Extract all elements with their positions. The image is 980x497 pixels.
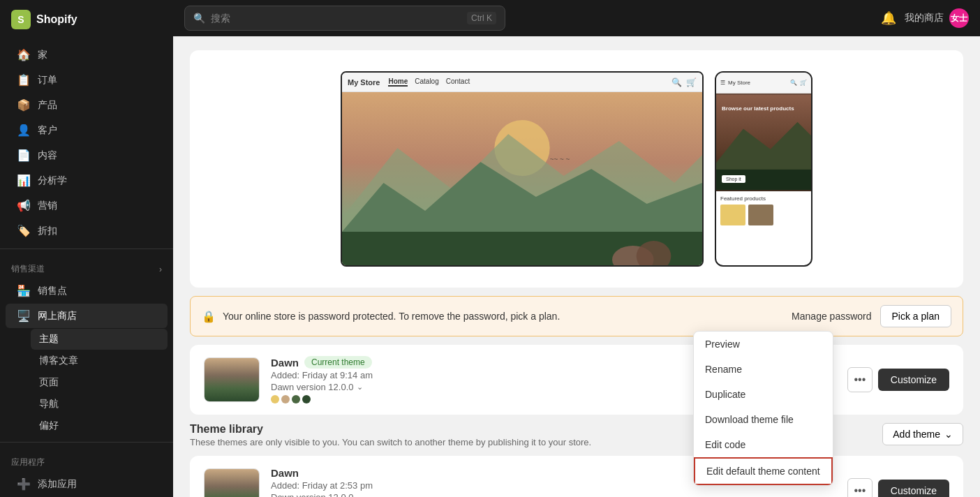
sidebar-item-home[interactable]: 🏠 家 bbox=[6, 43, 168, 67]
theme-library-section: Theme library These themes are only visi… bbox=[190, 423, 963, 497]
password-banner-right: Manage password Pick a plan bbox=[792, 305, 951, 327]
shopify-logo-icon: S bbox=[11, 10, 31, 29]
dawn-hero-image: Welcome to our store bbox=[342, 92, 702, 267]
library-dawn-thumbnail bbox=[205, 469, 259, 498]
pos-icon: 🏪 bbox=[17, 284, 31, 297]
sales-channels-section[interactable]: 销售渠道 › bbox=[0, 255, 173, 278]
search-box[interactable]: 🔍 Ctrl K bbox=[184, 6, 505, 31]
search-input[interactable] bbox=[211, 13, 461, 24]
mobile-hero: Browse our latest products Shop it bbox=[716, 94, 811, 191]
swatch-3 bbox=[292, 395, 300, 403]
sidebar-item-label: 网上商店 bbox=[38, 310, 77, 322]
sidebar-item-label: 营销 bbox=[38, 200, 57, 212]
online-store-submenu: 主题 博客文章 页面 导航 偏好 bbox=[0, 329, 173, 436]
sidebar-item-label: 分析学 bbox=[38, 175, 67, 187]
pages-label: 页面 bbox=[39, 376, 59, 389]
sidebar-item-label: 销售点 bbox=[38, 285, 67, 297]
sidebar-item-preferences[interactable]: 偏好 bbox=[31, 415, 168, 436]
dropdown-item-edit-default[interactable]: Edit default theme content bbox=[694, 457, 833, 485]
password-banner-left: 🔒 Your online store is password protecte… bbox=[202, 310, 560, 323]
sidebar-item-discounts[interactable]: 🏷️ 折扣 bbox=[6, 218, 168, 243]
theme-library-desc: These themes are only visible to you. Yo… bbox=[190, 437, 591, 447]
store-selector[interactable]: 我的商店 女士 bbox=[905, 8, 969, 28]
sidebar-item-content[interactable]: 📄 内容 bbox=[6, 143, 168, 168]
library-theme-more-button[interactable]: ••• bbox=[847, 478, 873, 498]
sidebar-item-label: 客户 bbox=[38, 124, 57, 137]
sidebar-item-label: 家 bbox=[38, 49, 47, 61]
library-customize-button[interactable]: Customize bbox=[878, 480, 949, 498]
password-banner: 🔒 Your online store is password protecte… bbox=[190, 296, 963, 336]
theme-library-header: Theme library These themes are only visi… bbox=[190, 423, 963, 447]
featured-products-label: Featured products bbox=[720, 195, 766, 202]
discounts-icon: 🏷️ bbox=[17, 224, 31, 237]
shopify-label: Shopify bbox=[36, 13, 77, 26]
mobile-search-icon: 🔍 bbox=[790, 80, 797, 86]
add-theme-button[interactable]: Add theme ⌄ bbox=[882, 423, 963, 445]
store-name: 我的商店 bbox=[905, 12, 944, 24]
main-content: My Store Home Catalog Contact 🔍 🛒 Welcom… bbox=[173, 36, 980, 497]
dropdown-item-duplicate[interactable]: Duplicate bbox=[694, 382, 833, 407]
current-theme-badge: Current theme bbox=[304, 356, 372, 369]
dropdown-item-rename[interactable]: Rename bbox=[694, 357, 833, 382]
theme-more-options-button[interactable]: ••• bbox=[847, 367, 873, 392]
sidebar-item-analytics[interactable]: 📊 分析学 bbox=[6, 168, 168, 193]
blog-label: 博客文章 bbox=[39, 355, 78, 367]
swatch-2 bbox=[281, 395, 290, 403]
home-icon: 🏠 bbox=[17, 48, 31, 61]
lock-icon: 🔒 bbox=[202, 310, 216, 323]
mobile-product-row bbox=[720, 205, 807, 225]
library-theme-actions: ••• Customize bbox=[847, 478, 949, 498]
mobile-shop-button: Shop it bbox=[722, 175, 745, 183]
add-apps-icon: ➕ bbox=[17, 477, 31, 491]
mountain-svg: ~~ ~ ~ bbox=[342, 92, 702, 267]
navigation-label: 导航 bbox=[39, 398, 59, 410]
cart-preview-icon: 🛒 bbox=[686, 77, 697, 87]
topbar-right: 🔔 我的商店 女士 bbox=[881, 8, 969, 28]
sidebar-item-label: 内容 bbox=[38, 149, 57, 162]
sidebar-item-navigation[interactable]: 导航 bbox=[31, 394, 168, 415]
pick-plan-button[interactable]: Pick a plan bbox=[880, 305, 951, 327]
sidebar-item-marketing[interactable]: 📢 营销 bbox=[6, 193, 168, 218]
mobile-header: ☰ My Store 🔍 🛒 bbox=[716, 73, 811, 94]
main-wrapper: 🔍 Ctrl K 🔔 我的商店 女士 My Store Home bbox=[173, 0, 980, 497]
sidebar-item-add-apps[interactable]: ➕ 添加应用 bbox=[6, 472, 168, 496]
swatch-4 bbox=[302, 395, 311, 403]
dropdown-item-preview[interactable]: Preview bbox=[694, 332, 833, 357]
sidebar-item-online-store[interactable]: 🖥️ 网上商店 bbox=[6, 304, 168, 328]
browser-icons: 🔍 🛒 bbox=[671, 77, 697, 87]
sidebar-item-orders[interactable]: 📋 订单 bbox=[6, 68, 168, 92]
orders-icon: 📋 bbox=[17, 73, 31, 87]
customize-button[interactable]: Customize bbox=[878, 369, 949, 391]
dropdown-item-edit-code[interactable]: Edit code bbox=[694, 432, 833, 457]
theme-library-text: Theme library These themes are only visi… bbox=[190, 423, 591, 447]
analytics-icon: 📊 bbox=[17, 174, 31, 187]
sidebar: S Shopify 🏠 家 📋 订单 📦 产品 👤 客户 📄 内容 📊 分析学 bbox=[0, 0, 173, 497]
preview-nav-home: Home bbox=[388, 77, 408, 87]
manage-password-link[interactable]: Manage password bbox=[792, 311, 871, 322]
sidebar-item-pos[interactable]: 🏪 销售点 bbox=[6, 279, 168, 303]
swatch-1 bbox=[271, 395, 279, 403]
desktop-preview: My Store Home Catalog Contact 🔍 🛒 Welcom… bbox=[341, 71, 704, 267]
svg-text:~~ ~ ~: ~~ ~ ~ bbox=[550, 156, 570, 163]
sidebar-item-customers[interactable]: 👤 客户 bbox=[6, 118, 168, 142]
sidebar-item-label: 折扣 bbox=[38, 225, 57, 237]
chevron-right-icon: › bbox=[159, 265, 162, 274]
notification-bell-icon[interactable]: 🔔 bbox=[881, 10, 896, 26]
sidebar-item-themes[interactable]: 主题 bbox=[31, 329, 168, 350]
marketing-icon: 📢 bbox=[17, 199, 31, 212]
add-apps-label: 添加应用 bbox=[38, 478, 77, 491]
password-banner-text: Your online store is password protected.… bbox=[223, 311, 560, 322]
sidebar-item-products[interactable]: 📦 产品 bbox=[6, 93, 168, 117]
preferences-label: 偏好 bbox=[39, 420, 59, 432]
apps-section: 应用程序 bbox=[0, 448, 173, 471]
chevron-down-icon: ⌄ bbox=[944, 429, 953, 440]
theme-dropdown-menu: Preview Rename Duplicate Download theme … bbox=[693, 331, 833, 486]
library-theme-card: Dawn Added: Friday at 2:53 pm Dawn versi… bbox=[190, 456, 963, 497]
mobile-preview: ☰ My Store 🔍 🛒 bbox=[715, 71, 812, 267]
sidebar-item-pages[interactable]: 页面 bbox=[31, 372, 168, 393]
dropdown-item-download[interactable]: Download theme file bbox=[694, 407, 833, 432]
search-preview-icon: 🔍 bbox=[671, 77, 682, 87]
preview-nav-catalog: Catalog bbox=[415, 77, 438, 87]
mobile-browse-text: Browse our latest products bbox=[722, 105, 794, 112]
sidebar-item-blog[interactable]: 博客文章 bbox=[31, 350, 168, 371]
